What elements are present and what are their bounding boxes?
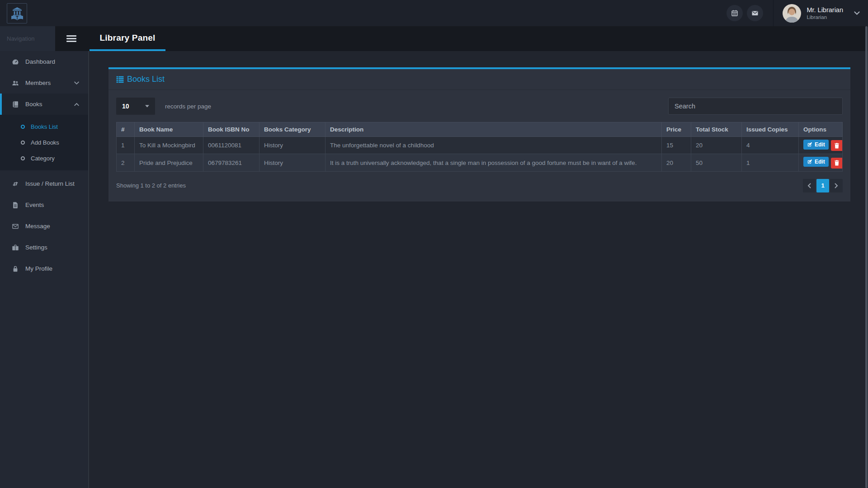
pagination: 1: [803, 179, 843, 192]
records-per-page-value: 10: [122, 103, 129, 110]
sidebar-item-label: Category: [31, 155, 55, 162]
cell-num: 2: [117, 154, 135, 171]
lock-icon: [12, 265, 19, 272]
topbar: Mr. Librarian Librarian: [0, 0, 868, 26]
radio-circle-icon: [21, 125, 25, 129]
records-per-page-select[interactable]: 10: [116, 98, 155, 115]
mail-button[interactable]: [747, 5, 763, 21]
user-role: Librarian: [807, 14, 843, 20]
sidebar-item-label: My Profile: [25, 265, 52, 272]
sidebar-item-label: Books: [25, 101, 42, 108]
table-info-text: Showing 1 to 2 of 2 entries: [116, 182, 186, 189]
cell-category: History: [259, 154, 326, 171]
users-icon: [12, 80, 19, 87]
cell-price: 20: [662, 154, 691, 171]
document-icon: [12, 202, 19, 209]
cell-description: It is a truth universally acknowledged, …: [326, 154, 662, 171]
tab-library-panel[interactable]: Library Panel: [90, 26, 165, 51]
caret-down-icon: [145, 105, 149, 108]
sidebar-item-label: Dashboard: [25, 58, 55, 65]
cell-book-name: To Kill a Mockingbird: [135, 137, 203, 154]
col-header-price: Price: [662, 122, 691, 137]
edit-pencil-icon: [807, 142, 812, 147]
delete-button[interactable]: [831, 140, 843, 151]
cell-total-stock: 50: [691, 154, 742, 171]
books-table: # Book Name Book ISBN No Books Category …: [116, 122, 843, 172]
cell-issued-copies: 1: [742, 154, 799, 171]
chevron-down-icon: [854, 9, 860, 17]
main-content: Books List 10 records per page: [90, 51, 868, 488]
radio-circle-icon: [21, 156, 25, 160]
col-header-num: #: [117, 122, 135, 137]
sidebar-toggle-button[interactable]: [66, 26, 76, 51]
col-header-book-name: Book Name: [135, 122, 203, 137]
sidebar-item-my-profile[interactable]: My Profile: [0, 258, 88, 279]
col-header-description: Description: [326, 122, 662, 137]
edit-button-label: Edit: [815, 141, 825, 148]
trash-icon: [834, 143, 840, 149]
cell-options: Edit: [799, 154, 843, 171]
pagination-prev-button[interactable]: [803, 179, 816, 192]
edit-button[interactable]: Edit: [803, 157, 829, 167]
sidebar-item-issue-return[interactable]: Issue / Return List: [0, 173, 88, 194]
panel-title-label: Books List: [127, 75, 165, 84]
chevron-right-icon: [835, 183, 838, 188]
sidebar-item-books[interactable]: Books: [0, 94, 88, 115]
topbar-divider: [773, 0, 774, 26]
dashboard-icon: [12, 58, 19, 66]
pagination-page-1[interactable]: 1: [816, 179, 829, 192]
cell-book-name: Pride and Prejudice: [135, 154, 203, 171]
records-per-page-label: records per page: [165, 103, 211, 110]
sidebar-item-add-books[interactable]: Add Books: [0, 135, 88, 150]
app-logo[interactable]: [7, 3, 27, 23]
sidebar-item-dashboard[interactable]: Dashboard: [0, 51, 88, 72]
books-submenu: Books List Add Books Category: [0, 115, 88, 170]
tabbar: Library Panel: [55, 26, 868, 51]
books-list-panel: Books List 10 records per page: [108, 67, 850, 202]
search-input[interactable]: [668, 98, 843, 115]
col-header-isbn: Book ISBN No: [203, 122, 259, 137]
user-menu[interactable]: Mr. Librarian Librarian: [783, 4, 863, 23]
sidebar-item-members[interactable]: Members: [0, 72, 88, 94]
vertical-scrollbar[interactable]: [865, 26, 868, 488]
cell-num: 1: [117, 137, 135, 154]
sidebar-item-message[interactable]: Message: [0, 216, 88, 237]
book-icon: [12, 101, 19, 108]
cell-isbn: 0679783261: [203, 154, 259, 171]
sidebar-item-label: Message: [25, 223, 50, 230]
chevron-up-icon: [74, 103, 79, 106]
sidebar-item-events[interactable]: Events: [0, 194, 88, 216]
calendar-button[interactable]: [726, 5, 743, 21]
envelope-icon: [751, 9, 759, 17]
sidebar-item-books-list[interactable]: Books List: [0, 119, 88, 135]
envelope-outline-icon: [12, 223, 19, 230]
briefcase-icon: [12, 244, 19, 251]
sidebar-item-label: Add Books: [31, 139, 59, 146]
sidebar-item-label: Settings: [25, 244, 47, 251]
radio-circle-icon: [21, 141, 25, 145]
cell-category: History: [259, 137, 326, 154]
col-header-issued-copies: Issued Copies: [742, 122, 799, 137]
panel-header: Books List: [108, 69, 850, 90]
col-header-options: Options: [799, 122, 843, 137]
panel-title: Books List: [116, 75, 165, 84]
sidebar-item-label: Events: [25, 202, 44, 208]
cell-total-stock: 20: [691, 137, 742, 154]
sidebar-item-category[interactable]: Category: [0, 150, 88, 166]
user-name: Mr. Librarian: [807, 6, 843, 14]
avatar: [783, 4, 801, 23]
table-header-row: # Book Name Book ISBN No Books Category …: [117, 122, 843, 137]
sidebar-item-label: Issue / Return List: [25, 180, 75, 187]
cell-price: 15: [662, 137, 691, 154]
col-header-category: Books Category: [259, 122, 326, 137]
cell-issued-copies: 4: [742, 137, 799, 154]
edit-pencil-icon: [807, 159, 812, 164]
sidebar-item-label: Members: [25, 80, 51, 86]
delete-button[interactable]: [831, 158, 843, 169]
pagination-next-button[interactable]: [830, 179, 843, 192]
sidebar-item-settings[interactable]: Settings: [0, 237, 88, 258]
edit-button[interactable]: Edit: [803, 140, 829, 150]
calendar-icon: [731, 9, 738, 17]
edit-button-label: Edit: [815, 159, 825, 165]
cell-isbn: 0061120081: [203, 137, 259, 154]
